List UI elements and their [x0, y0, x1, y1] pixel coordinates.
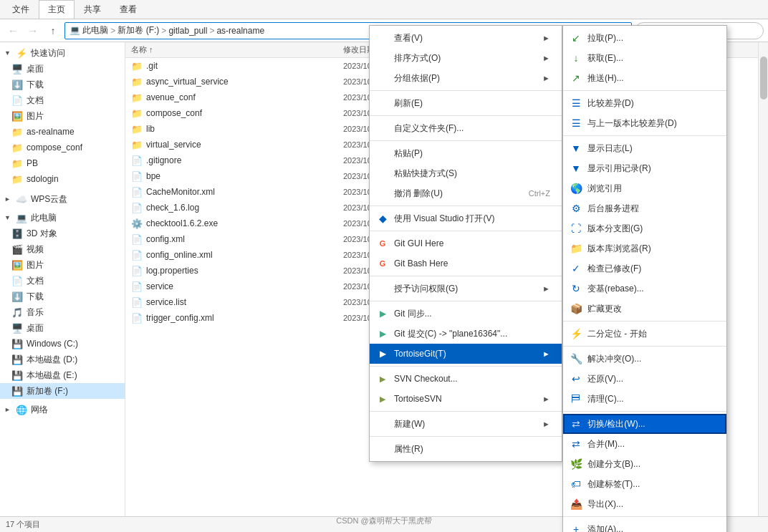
tgit-branch[interactable]: 🌿 创建分支(B)... — [563, 454, 726, 474]
tgit-revgraph[interactable]: ⛶ 版本分支图(G) — [563, 218, 726, 238]
watermark: CSDN @森明帮大于黑虎帮 — [336, 516, 431, 526]
revgraph-icon: ⛶ — [569, 221, 583, 236]
tgit-daemon[interactable]: ⚙ 后台服务进程 — [563, 198, 726, 218]
tgit-export[interactable]: 📤 导出(X)... — [563, 494, 726, 514]
pull-icon: ↙ — [569, 31, 583, 45]
menu-paste-shortcut[interactable]: 粘贴快捷方式(S) — [370, 163, 562, 183]
menu-svn-checkout[interactable]: ▶ SVN Checkout... — [370, 369, 562, 389]
git-bash-icon: G — [375, 256, 390, 271]
svn-checkout-icon: ▶ — [375, 372, 390, 386]
sep10 — [370, 436, 562, 437]
menu-group[interactable]: 分组依据(P) ► — [370, 68, 562, 88]
menu-view[interactable]: 查看(V) ► — [370, 28, 562, 48]
menu-grant-access[interactable]: 授予访问权限(G) ► — [370, 279, 562, 299]
tgit-switch[interactable]: ⇄ 切换/检出(W)... — [563, 414, 726, 434]
tgit-stash[interactable]: 📦 贮藏更改 — [563, 299, 726, 319]
tgit-push[interactable]: ↗ 推送(H)... — [563, 68, 726, 88]
tgit-sep5 — [563, 411, 726, 412]
sep8 — [370, 366, 562, 367]
menu-tortoisesvn[interactable]: ▶ TortoiseSVN ► — [370, 389, 562, 409]
grant-icon — [375, 281, 390, 296]
tgit-pull[interactable]: ↙ 拉取(P)... — [563, 28, 726, 48]
tgit-diff[interactable]: ☰ 比较差异(D) — [563, 93, 726, 113]
browse-ref-icon: 🌎 — [569, 181, 583, 195]
push-icon: ↗ — [569, 71, 583, 85]
menu-paste[interactable]: 粘贴(P) — [370, 143, 562, 163]
menu-properties[interactable]: 属性(R) — [370, 439, 562, 459]
tgit-sep1 — [563, 90, 726, 91]
tgit-browse-ref[interactable]: 🌎 浏览引用 — [563, 178, 726, 198]
tsvn-icon: ▶ — [375, 392, 390, 406]
git-gui-icon: G — [375, 236, 390, 251]
revert-icon: ↩ — [569, 372, 583, 386]
tgit-reflog[interactable]: ▼ 显示引用记录(R) — [563, 158, 726, 178]
group-icon — [375, 71, 390, 85]
tgit-commit-icon: ▶ — [375, 327, 390, 341]
tgit-sep6 — [563, 516, 726, 517]
sep6 — [370, 276, 562, 276]
sep9 — [370, 411, 562, 412]
menu-refresh[interactable]: 刷新(E) — [370, 93, 562, 113]
sep4 — [370, 205, 562, 206]
add-icon: + — [569, 522, 583, 532]
sort-icon — [375, 51, 390, 65]
tgit-revert[interactable]: ↩ 还原(V)... — [563, 369, 726, 389]
cleanup-icon: ⛿ — [569, 392, 583, 406]
bisect-icon: ⚡ — [569, 327, 583, 341]
tgit-sep3 — [563, 321, 726, 321]
diff-icon: ☰ — [569, 96, 583, 110]
tgit-bisect[interactable]: ⚡ 二分定位 - 开始 — [563, 324, 726, 344]
menu-tortoisegit[interactable]: ▶ TortoiseGit(T) ► — [370, 344, 562, 364]
check-modified-icon: ✓ — [569, 261, 583, 276]
tgit-icon: ▶ — [375, 347, 390, 361]
sep5 — [370, 231, 562, 231]
tgit-sep2 — [563, 135, 726, 136]
tgit-rebase[interactable]: ↻ 变基(rebase)... — [563, 279, 726, 299]
menu-customize[interactable]: 自定义文件夹(F)... — [370, 118, 562, 138]
daemon-icon: ⚙ — [569, 201, 583, 216]
sep2 — [370, 115, 562, 116]
switch-icon: ⇄ — [569, 417, 583, 431]
tgit-add[interactable]: + 添加(A)... — [563, 519, 726, 532]
tag-icon: 🏷 — [569, 477, 583, 491]
sep3 — [370, 140, 562, 141]
menu-git-gui[interactable]: G Git GUI Here — [370, 233, 562, 253]
fetch-icon: ↓ — [569, 51, 583, 65]
menu-git-commit[interactable]: ▶ Git 提交(C) -> "plane16364"... — [370, 324, 562, 344]
paste-shortcut-icon — [375, 166, 390, 180]
tgit-cleanup[interactable]: ⛿ 清理(C)... — [563, 389, 726, 409]
paste-icon — [375, 146, 390, 160]
menu-new[interactable]: 新建(W) ► — [370, 414, 562, 434]
log-menu-icon: ▼ — [569, 141, 583, 155]
context-menu: 查看(V) ► 排序方式(O) ► 分组依据(P) ► 刷新(E) 自定义文件夹… — [369, 25, 562, 462]
context-menu-overlay: 查看(V) ► 排序方式(O) ► 分组依据(P) ► 刷新(E) 自定义文件夹… — [0, 0, 768, 532]
branch-icon: 🌿 — [569, 457, 583, 471]
rebase-icon: ↻ — [569, 281, 583, 296]
tgit-fetch[interactable]: ↓ 获取(E)... — [563, 48, 726, 68]
menu-vs[interactable]: ◆ 使用 Visual Studio 打开(V) — [370, 208, 562, 228]
sep7 — [370, 301, 562, 301]
tgit-resolve[interactable]: 🔧 解决冲突(O)... — [563, 349, 726, 369]
resolve-icon: 🔧 — [569, 352, 583, 366]
menu-undo[interactable]: 撤消 删除(U) Ctrl+Z — [370, 183, 562, 203]
tgit-tag[interactable]: 🏷 创建标签(T)... — [563, 474, 726, 494]
tgit-diff-prev[interactable]: ☰ 与上一版本比较差异(D) — [563, 113, 726, 133]
tortoisegit-submenu: ↙ 拉取(P)... ↓ 获取(E)... ↗ 推送(H)... ☰ 比较差异(… — [562, 25, 727, 532]
view-icon — [375, 31, 390, 45]
tgit-check-modified[interactable]: ✓ 检查已修改(F) — [563, 258, 726, 279]
customize-icon — [375, 121, 390, 135]
stash-icon: 📦 — [569, 301, 583, 316]
diff-prev-icon: ☰ — [569, 116, 583, 130]
repobrowser-icon: 📁 — [569, 241, 583, 256]
properties-icon — [375, 442, 390, 456]
menu-git-sync[interactable]: ▶ Git 同步... — [370, 304, 562, 324]
tgit-merge[interactable]: ⇄ 合并(M)... — [563, 434, 726, 454]
menu-git-bash[interactable]: G Git Bash Here — [370, 253, 562, 274]
tgit-sync-icon: ▶ — [375, 306, 390, 321]
tgit-log[interactable]: ▼ 显示日志(L) — [563, 138, 726, 158]
tgit-sep4 — [563, 346, 726, 347]
export-icon: 📤 — [569, 497, 583, 511]
menu-sort[interactable]: 排序方式(O) ► — [370, 48, 562, 68]
tgit-repobrowser[interactable]: 📁 版本库浏览器(R) — [563, 238, 726, 258]
reflog-icon: ▼ — [569, 161, 583, 175]
